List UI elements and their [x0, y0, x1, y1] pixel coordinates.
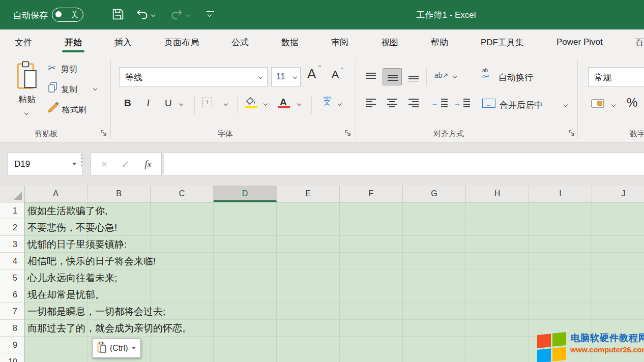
paste-dropdown-chevron-icon[interactable]: [24, 111, 29, 115]
column-header-c[interactable]: C: [151, 186, 214, 202]
row-header-1[interactable]: 1: [0, 202, 24, 219]
tab-data[interactable]: 数据: [280, 31, 300, 54]
accounting-chevron-icon[interactable]: [611, 103, 616, 107]
tab-review[interactable]: 审阅: [330, 31, 350, 54]
cut-icon[interactable]: ✂: [48, 62, 56, 74]
align-center-button[interactable]: [383, 95, 402, 112]
format-painter-icon[interactable]: [47, 102, 60, 116]
wrap-text-icon[interactable]: ab c↩: [482, 68, 493, 79]
borders-icon[interactable]: +: [202, 98, 212, 107]
decrease-font-size-button[interactable]: A: [332, 68, 339, 80]
cell-a7-text[interactable]: 一切都是瞬息，一切都将会过去;: [27, 303, 165, 320]
column-header-g[interactable]: G: [403, 186, 466, 202]
customize-quick-access-toolbar-icon[interactable]: [207, 11, 214, 19]
cell-a8-text[interactable]: 而那过去了的，就会成为亲切的怀恋。: [27, 320, 192, 337]
tab-file[interactable]: 文件: [13, 31, 34, 54]
borders-chevron-icon[interactable]: [224, 102, 228, 106]
merge-center-label[interactable]: 合并后居中: [500, 99, 543, 111]
row-header-2[interactable]: 2: [0, 219, 24, 236]
row-header-6[interactable]: 6: [0, 286, 24, 303]
italic-button[interactable]: I: [147, 98, 150, 109]
merge-center-chevron-icon[interactable]: [564, 103, 568, 107]
percent-style-button[interactable]: %: [627, 96, 637, 110]
phonetic-chevron-icon[interactable]: [338, 102, 342, 106]
alignment-dialog-launcher-icon[interactable]: [568, 130, 575, 137]
name-box[interactable]: D19: [7, 153, 82, 176]
underline-button[interactable]: U: [165, 98, 172, 109]
font-dialog-launcher-icon[interactable]: [344, 130, 352, 137]
copy-dropdown-chevron-icon[interactable]: [93, 86, 98, 91]
clipboard-dialog-launcher-icon[interactable]: [100, 130, 107, 137]
column-header-i[interactable]: I: [529, 186, 592, 202]
insert-function-icon[interactable]: fx: [139, 153, 157, 175]
align-right-button[interactable]: [404, 95, 423, 112]
font-size-combobox[interactable]: 11: [271, 67, 301, 86]
font-size-chevron-icon[interactable]: [293, 75, 298, 79]
tab-view[interactable]: 视图: [379, 31, 400, 54]
row-header-9[interactable]: 9: [0, 337, 24, 353]
format-painter-label[interactable]: 格式刷: [62, 105, 86, 115]
save-icon[interactable]: [111, 7, 125, 23]
enter-icon[interactable]: ✓: [116, 153, 135, 175]
column-header-j[interactable]: J: [592, 186, 644, 202]
formula-input[interactable]: [164, 153, 644, 176]
phonetic-guide-icon[interactable]: wén 文: [320, 96, 334, 106]
cell-a4-text[interactable]: 相信吧，快乐的日子将会来临!: [27, 253, 156, 269]
font-name-chevron-icon[interactable]: [258, 75, 263, 79]
decrease-indent-button[interactable]: ←: [431, 98, 449, 110]
align-top-button[interactable]: [361, 68, 380, 85]
tab-insert[interactable]: 插入: [113, 31, 133, 54]
paste-options-button[interactable]: (Ctrl): [92, 338, 141, 358]
cell-a1-text[interactable]: 假如生活欺骗了你,: [27, 202, 107, 219]
accounting-format-icon[interactable]: [591, 98, 607, 112]
paste-options-dropdown-icon[interactable]: [132, 347, 136, 349]
merge-center-icon[interactable]: [482, 99, 495, 108]
fill-color-chevron-icon[interactable]: [264, 102, 268, 106]
autosave-toggle[interactable]: 关: [52, 8, 83, 22]
bold-button[interactable]: B: [124, 98, 131, 109]
column-header-h[interactable]: H: [466, 186, 529, 202]
column-header-d-selected[interactable]: D: [214, 186, 277, 202]
row-header-7[interactable]: 7: [0, 303, 24, 320]
tab-formulas[interactable]: 公式: [230, 31, 250, 54]
tab-page-layout[interactable]: 页面布局: [163, 31, 200, 54]
orientation-chevron-icon[interactable]: [453, 74, 457, 79]
undo-icon[interactable]: [135, 8, 149, 23]
align-middle-button-selected[interactable]: [383, 68, 402, 85]
cancel-icon[interactable]: ×: [95, 153, 113, 175]
name-box-resize-grip[interactable]: [81, 154, 82, 156]
cell-a6-text[interactable]: 现在却常是忧郁。: [27, 286, 105, 303]
tab-home[interactable]: 开始: [63, 31, 83, 54]
tab-pdf-tools[interactable]: PDF工具集: [479, 31, 525, 54]
row-header-4[interactable]: 4: [0, 253, 24, 269]
tab-help[interactable]: 帮助: [429, 31, 450, 54]
cell-a5-text[interactable]: 心儿永远向往着未来;: [27, 269, 117, 286]
row-header-10[interactable]: 10: [0, 353, 24, 362]
align-bottom-button[interactable]: [404, 68, 423, 85]
copy-label[interactable]: 复制: [61, 84, 77, 95]
column-header-b[interactable]: B: [87, 186, 151, 202]
cell-a3-text[interactable]: 忧郁的日子里须要镇静:: [27, 236, 127, 253]
cell-a2-text[interactable]: 不要悲伤，不要心急!: [27, 219, 117, 236]
orientation-icon[interactable]: ab↗: [434, 71, 448, 79]
number-format-combobox[interactable]: 常规: [588, 67, 644, 86]
cut-label[interactable]: 剪切: [61, 64, 77, 75]
tab-baidu[interactable]: 百: [634, 31, 644, 54]
paste-button[interactable]: 粘贴: [11, 60, 43, 124]
column-header-a[interactable]: A: [24, 186, 87, 202]
select-all-button[interactable]: [0, 186, 24, 202]
align-left-button[interactable]: [361, 95, 380, 112]
row-header-3[interactable]: 3: [0, 236, 24, 253]
name-box-dropdown-icon[interactable]: [72, 163, 76, 165]
increase-font-size-button[interactable]: A: [307, 66, 316, 82]
row-header-5[interactable]: 5: [0, 269, 24, 286]
font-color-chevron-icon[interactable]: [297, 102, 302, 106]
column-header-f[interactable]: F: [340, 186, 403, 202]
tab-power-pivot[interactable]: Power Pivot: [555, 31, 604, 53]
undo-dropdown-chevron-icon[interactable]: [151, 13, 156, 17]
wrap-text-label[interactable]: 自动换行: [499, 72, 533, 83]
increase-indent-button[interactable]: →: [454, 98, 471, 110]
font-name-combobox[interactable]: 等线: [119, 67, 268, 86]
column-header-e[interactable]: E: [277, 186, 340, 202]
row-header-8[interactable]: 8: [0, 320, 24, 337]
